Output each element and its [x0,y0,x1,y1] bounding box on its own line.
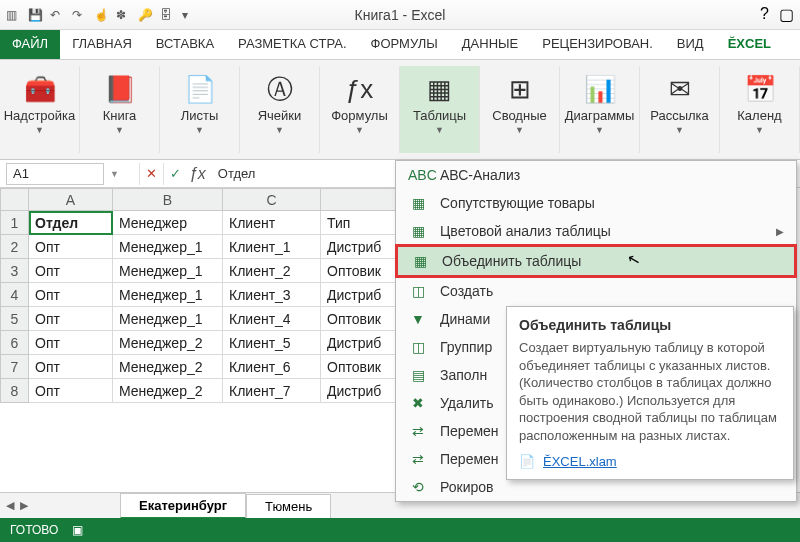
caret-down-icon: ▼ [355,125,364,135]
ribbon-книга[interactable]: 📕Книга▼ [80,66,160,153]
key-icon[interactable]: 🔑 [138,8,152,22]
menu-item[interactable]: ▦Сопутствующие товары [396,189,796,217]
cell-A5[interactable]: Опт [29,307,113,331]
redo-icon[interactable]: ↷ [72,8,86,22]
cell-A8[interactable]: Опт [29,379,113,403]
menu-item[interactable]: ◫Создать [396,277,796,305]
cell-A7[interactable]: Опт [29,355,113,379]
row-header-6[interactable]: 6 [1,331,29,355]
row-header-7[interactable]: 7 [1,355,29,379]
cell-A6[interactable]: Опт [29,331,113,355]
formula-input[interactable]: Отдел [212,166,256,181]
sheet-nav-next-icon[interactable]: ▶ [20,499,28,512]
help-icon[interactable]: ? [760,5,769,24]
ribbon-рассылка[interactable]: ✉Рассылка▼ [640,66,720,153]
status-text: ГОТОВО [10,523,58,537]
propeller-icon[interactable]: ✽ [116,8,130,22]
tab-excel-addin[interactable]: ĔXCEL [716,30,783,59]
ribbon-opts-icon[interactable]: ▢ [779,5,794,24]
cell-A3[interactable]: Опт [29,259,113,283]
caret-down-icon: ▼ [435,125,444,135]
надстройка-icon: 🧰 [23,72,57,106]
cell-B7[interactable]: Менеджер_2 [113,355,223,379]
tooltip-body: Создает виртуальную таблицу в которой об… [519,339,781,444]
cell-B5[interactable]: Менеджер_1 [113,307,223,331]
tab-layout[interactable]: РАЗМЕТКА СТРА. [226,30,358,59]
cell-B6[interactable]: Менеджер_2 [113,331,223,355]
календ-icon: 📅 [743,72,777,106]
cell-B1[interactable]: Менеджер [113,211,223,235]
cell-A4[interactable]: Опт [29,283,113,307]
row-header-3[interactable]: 3 [1,259,29,283]
menu-item[interactable]: ABCАВС-Анализ [396,161,796,189]
tab-home[interactable]: ГЛАВНАЯ [60,30,144,59]
touch-icon[interactable]: ☝ [94,8,108,22]
cell-C1[interactable]: Клиент [223,211,321,235]
cell-B2[interactable]: Менеджер_1 [113,235,223,259]
cell-C4[interactable]: Клиент_3 [223,283,321,307]
tooltip-link[interactable]: ĔXCEL.xlam [543,454,617,469]
cell-C5[interactable]: Клиент_4 [223,307,321,331]
ribbon-сводные[interactable]: ⊞Сводные▼ [480,66,560,153]
undo-icon[interactable]: ↶ [50,8,64,22]
cell-C6[interactable]: Клиент_5 [223,331,321,355]
col-header-A[interactable]: A [29,189,113,211]
excel-icon: ▥ [6,8,20,22]
tab-file[interactable]: ФАЙЛ [0,30,60,59]
menu-item-icon: ✖ [408,395,428,411]
cell-C8[interactable]: Клиент_7 [223,379,321,403]
sheet-nav-prev-icon[interactable]: ◀ [6,499,14,512]
caret-down-icon: ▼ [675,125,684,135]
macro-record-icon[interactable]: ▣ [72,523,83,537]
tab-formulas[interactable]: ФОРМУЛЫ [359,30,450,59]
menu-item-icon: ABC [408,167,428,183]
cell-C2[interactable]: Клиент_1 [223,235,321,259]
ribbon-ячейки[interactable]: ⒶЯчейки▼ [240,66,320,153]
ribbon-формулы[interactable]: ƒxФормулы▼ [320,66,400,153]
формулы-icon: ƒx [343,72,377,106]
cancel-edit-icon[interactable]: ✕ [139,163,163,185]
tab-insert[interactable]: ВСТАВКА [144,30,226,59]
ribbon-календ[interactable]: 📅Календ▼ [720,66,800,153]
cell-C3[interactable]: Клиент_2 [223,259,321,283]
ribbon-таблицы[interactable]: ▦Таблицы▼ [400,66,480,153]
cell-B8[interactable]: Менеджер_2 [113,379,223,403]
tab-data[interactable]: ДАННЫЕ [450,30,530,59]
namebox-caret-icon[interactable]: ▼ [110,169,119,179]
cell-A2[interactable]: Опт [29,235,113,259]
qat-more-icon[interactable]: ▾ [182,8,196,22]
name-box[interactable] [6,163,104,185]
sheet-tab-other[interactable]: Тюмень [246,494,331,518]
cell-C7[interactable]: Клиент_6 [223,355,321,379]
server-icon[interactable]: 🗄 [160,8,174,22]
tab-review[interactable]: РЕЦЕНЗИРОВАН. [530,30,665,59]
menu-item-icon: ◫ [408,339,428,355]
addin-file-icon: 📄 [519,454,535,469]
cell-B3[interactable]: Менеджер_1 [113,259,223,283]
рассылка-icon: ✉ [663,72,697,106]
menu-item-icon: ▼ [408,311,428,327]
save-icon[interactable]: 💾 [28,8,42,22]
menu-item[interactable]: ▦Цветовой анализ таблицы▶ [396,217,796,245]
row-header-1[interactable]: 1 [1,211,29,235]
ribbon-диаграммы[interactable]: 📊Диаграммы▼ [560,66,640,153]
sheet-tab-active[interactable]: Екатеринбург [120,493,246,519]
ribbon-надстройка[interactable]: 🧰Надстройка▼ [0,66,80,153]
cell-A1[interactable]: Отдел [29,211,113,235]
ribbon-листы[interactable]: 📄Листы▼ [160,66,240,153]
col-header-C[interactable]: C [223,189,321,211]
confirm-edit-icon[interactable]: ✓ [163,163,187,185]
tooltip: Объединить таблицы Создает виртуальную т… [506,306,794,480]
submenu-arrow-icon: ▶ [776,226,784,237]
ribbon-tabs: ФАЙЛ ГЛАВНАЯ ВСТАВКА РАЗМЕТКА СТРА. ФОРМ… [0,30,800,60]
row-header-5[interactable]: 5 [1,307,29,331]
cell-B4[interactable]: Менеджер_1 [113,283,223,307]
row-header-4[interactable]: 4 [1,283,29,307]
col-header-B[interactable]: B [113,189,223,211]
row-header-8[interactable]: 8 [1,379,29,403]
fx-icon[interactable]: ƒx [187,165,212,183]
select-all[interactable] [1,189,29,211]
tab-view[interactable]: ВИД [665,30,716,59]
row-header-2[interactable]: 2 [1,235,29,259]
menu-item-merge-tables[interactable]: ▦Объединить таблицы↖ [398,247,794,275]
